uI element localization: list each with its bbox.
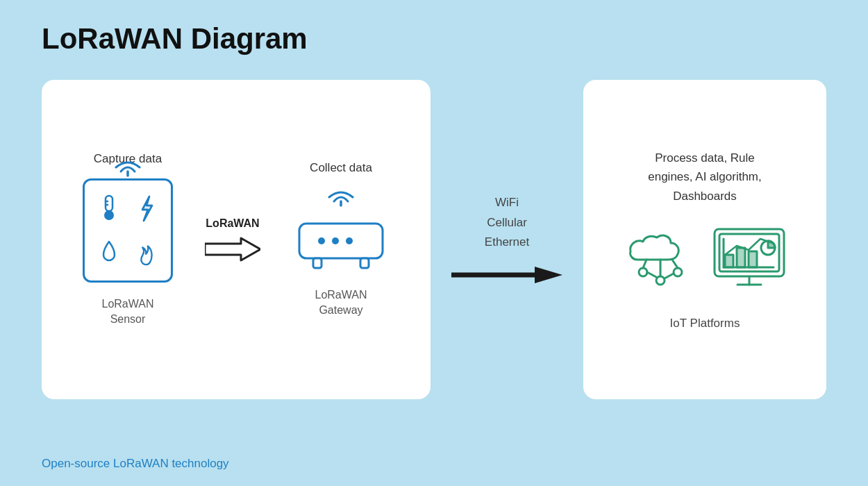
svg-rect-28 xyxy=(749,251,757,267)
svg-line-21 xyxy=(665,274,674,278)
collect-label: Collect data xyxy=(310,161,372,175)
water-drop-icon xyxy=(99,240,119,266)
lightning-icon xyxy=(137,194,156,222)
svg-rect-26 xyxy=(725,255,733,267)
sensor-wifi-icon xyxy=(110,158,145,177)
connectivity-labels: WiFi Cellular Ethernet xyxy=(485,193,529,253)
gateway-section: Collect data xyxy=(292,161,390,319)
svg-rect-0 xyxy=(106,196,112,211)
svg-line-20 xyxy=(647,272,656,277)
thermometer-icon xyxy=(98,194,120,222)
svg-point-15 xyxy=(656,276,665,285)
right-top-text: Process data, Ruleengines, AI algorithm,… xyxy=(648,149,761,206)
iot-icons xyxy=(622,224,787,293)
svg-rect-10 xyxy=(313,258,322,268)
svg-point-9 xyxy=(346,237,353,244)
svg-marker-5 xyxy=(205,238,260,260)
monitor-chart-icon xyxy=(711,224,787,293)
sensor-section: Capture data xyxy=(83,152,173,328)
svg-rect-11 xyxy=(360,258,369,268)
middle-area: WiFi Cellular Ethernet xyxy=(451,193,562,287)
sensor-label: LoRaWANSensor xyxy=(102,296,154,328)
footer-text: Open-source LoRaWAN technology xyxy=(42,457,229,471)
flame-icon xyxy=(137,240,156,266)
svg-point-16 xyxy=(674,268,682,276)
svg-point-14 xyxy=(639,268,647,276)
svg-point-7 xyxy=(318,237,325,244)
lorawan-text: LoRaWAN xyxy=(206,217,259,230)
lorawan-arrow: LoRaWAN xyxy=(205,217,260,262)
svg-marker-13 xyxy=(535,267,562,283)
svg-line-19 xyxy=(672,260,678,268)
svg-line-17 xyxy=(643,260,646,268)
left-card: Capture data xyxy=(42,80,431,399)
page-title: LoRaWAN Diagram xyxy=(0,0,868,69)
gateway-router-icon xyxy=(292,204,390,274)
main-arrow-icon xyxy=(451,264,562,286)
svg-rect-6 xyxy=(299,224,383,258)
lorawan-arrow-icon xyxy=(205,237,260,262)
iot-label: IoT Platforms xyxy=(670,317,740,330)
svg-rect-27 xyxy=(737,248,745,267)
cloud-network-icon xyxy=(622,224,699,293)
svg-point-8 xyxy=(332,237,339,244)
right-card: Process data, Ruleengines, AI algorithm,… xyxy=(583,80,826,399)
gateway-label: LoRaWANGateway xyxy=(315,287,367,319)
main-content: Capture data xyxy=(0,69,868,410)
sensor-box xyxy=(83,178,173,283)
